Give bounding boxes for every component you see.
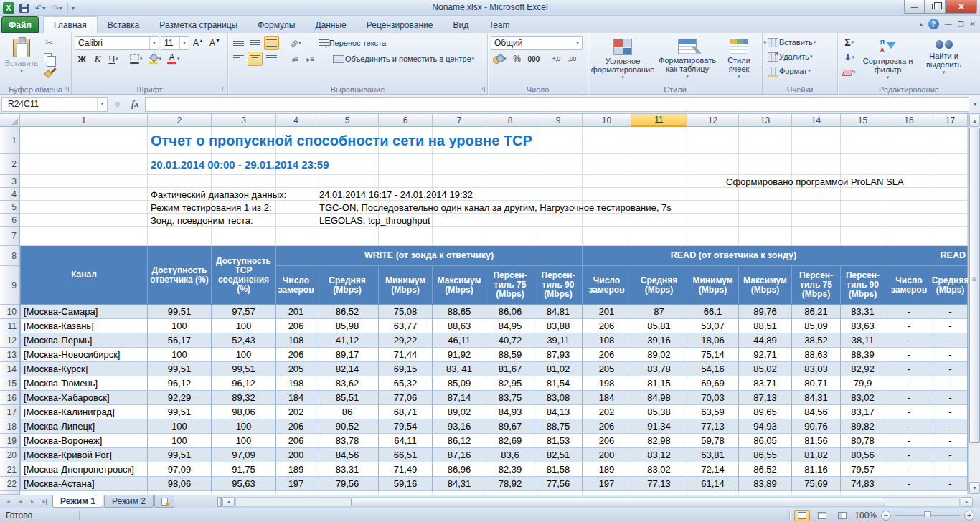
cell-value[interactable]: 69,15 [379, 362, 433, 376]
zoom-level[interactable]: 100% [854, 511, 877, 521]
font-dialog-launcher[interactable] [220, 87, 225, 92]
cell-value[interactable]: 87,13 [739, 391, 792, 405]
cell-value[interactable]: - [885, 391, 933, 405]
cell-value[interactable]: 85,81 [631, 319, 687, 333]
cell-value[interactable]: - [933, 319, 968, 333]
cell-value[interactable]: 77,13 [687, 419, 739, 434]
view-page-break-button[interactable] [834, 510, 850, 521]
scroll-right-icon[interactable]: ▸ [961, 497, 973, 507]
cell-value[interactable]: 84,98 [631, 391, 687, 405]
cell-value[interactable]: 100 [148, 348, 212, 362]
cell-value[interactable]: 75,08 [379, 305, 433, 319]
cell-value[interactable]: 82,39 [486, 462, 534, 477]
cell-value[interactable]: 100 [212, 419, 276, 434]
info-label[interactable]: Фактический диапазон данных: [151, 188, 323, 201]
first-sheet-icon[interactable]: ◂ [2, 497, 14, 507]
zoom-slider[interactable] [895, 511, 960, 521]
cell-value[interactable]: 206 [583, 434, 631, 448]
cell-value[interactable]: 52,43 [212, 333, 276, 348]
view-page-layout-button[interactable] [814, 510, 830, 521]
cell-channel[interactable]: [Москва-Казань] [20, 319, 148, 333]
scroll-left-icon[interactable]: ◂ [222, 497, 235, 507]
font-size-combo[interactable]: 11▾ [161, 36, 189, 50]
cell-value[interactable]: 75,14 [687, 348, 739, 362]
cell-value[interactable]: 84,93 [486, 405, 534, 419]
cell-value[interactable]: 85,09 [792, 319, 841, 333]
cell-value[interactable]: 79,54 [379, 419, 433, 434]
cell-value[interactable]: 81,54 [534, 376, 583, 391]
column-header-16[interactable]: 16 [885, 114, 933, 127]
table-subheader[interactable]: Персен-тиль 75 (Mbps) [792, 266, 841, 305]
generated-note[interactable]: Сформировано программой ProLAN SLA [726, 175, 968, 188]
cell-value[interactable]: 88,65 [433, 305, 486, 319]
horizontal-scroll-thumb[interactable] [351, 498, 885, 506]
cell-value[interactable]: 84,56 [792, 405, 841, 419]
column-header-4[interactable]: 4 [276, 114, 316, 127]
name-box-dropdown-icon[interactable]: ▾ [97, 98, 107, 111]
table-subheader[interactable]: Число замеров [885, 266, 933, 305]
row-header-9[interactable]: 9 [0, 266, 20, 305]
cell-value[interactable]: 100 [212, 348, 276, 362]
cell-value[interactable]: 90,76 [792, 419, 841, 434]
cell-value[interactable]: 88,51 [739, 319, 792, 333]
next-sheet-icon[interactable]: ▸ [27, 497, 38, 507]
cell-value[interactable]: 88,63 [792, 348, 841, 362]
cell-value[interactable]: 89,67 [486, 419, 534, 434]
row-header-2[interactable]: 2 [0, 154, 20, 175]
cell-value[interactable]: 72,14 [687, 462, 739, 477]
wrap-text-button[interactable]: Перенос текста [316, 36, 389, 50]
column-header-7[interactable]: 7 [433, 114, 486, 127]
fill-button[interactable]: ⬇▾ [841, 50, 858, 65]
column-header-14[interactable]: 14 [792, 114, 841, 127]
cell-value[interactable]: 84,31 [433, 477, 486, 491]
paste-button[interactable]: Вставить▾ [3, 35, 40, 80]
cell-value[interactable]: 83,78 [631, 362, 687, 376]
copy-button[interactable]: ▾ [42, 50, 57, 65]
row-header-16[interactable]: 16 [0, 391, 20, 405]
cell-value[interactable]: 38,52 [792, 333, 841, 348]
cell-value[interactable]: 206 [276, 419, 316, 434]
insert-cells-button[interactable]: Вставить▾ [765, 35, 818, 49]
cell-value[interactable]: 86 [316, 405, 379, 419]
cell-value[interactable]: 88,59 [486, 348, 534, 362]
cell-value[interactable]: - [933, 391, 968, 405]
column-header-11[interactable]: 11 [631, 114, 687, 127]
last-sheet-icon[interactable]: ▸ [39, 497, 50, 507]
sheet-tab-rezhim-2[interactable]: Режим 2 [104, 495, 154, 508]
cell-value[interactable]: 83,02 [841, 391, 885, 405]
tab-data[interactable]: Данные [305, 16, 356, 33]
cell-value[interactable]: 56,17 [148, 333, 212, 348]
cell-value[interactable]: 63,59 [687, 405, 739, 419]
cell-value[interactable]: 92,71 [739, 348, 792, 362]
formula-input[interactable] [145, 97, 969, 112]
cell-value[interactable]: 89,76 [739, 305, 792, 319]
zoom-out-icon[interactable]: − [881, 511, 891, 521]
row-header-18[interactable]: 18 [0, 419, 20, 434]
cell-value[interactable]: - [885, 448, 933, 462]
cell-value[interactable]: - [933, 434, 968, 448]
cell-value[interactable]: 98,06 [212, 405, 276, 419]
cell-value[interactable]: - [885, 348, 933, 362]
cell-value[interactable]: 77,56 [534, 477, 583, 491]
table-group-write[interactable]: WRITE (от зонда к ответчику) [276, 246, 583, 266]
sort-filter-button[interactable]: ЯА Сортировка и фильтр▾ [858, 35, 918, 83]
column-header-5[interactable]: 5 [316, 114, 379, 127]
cell-value[interactable]: 88,63 [433, 319, 486, 333]
cell-value[interactable]: 74,83 [841, 477, 885, 491]
cell-value[interactable]: 86,52 [316, 305, 379, 319]
insert-function-icon[interactable]: fx [126, 98, 145, 110]
row-header-15[interactable]: 15 [0, 376, 20, 391]
select-all-corner[interactable] [0, 114, 20, 127]
cell-value[interactable]: 91,75 [212, 462, 276, 477]
doc-close-icon[interactable]: ✕ [970, 20, 976, 28]
cell-value[interactable]: 99,51 [148, 305, 212, 319]
info-value[interactable]: TGC-ON, Последовательно один канал за др… [319, 201, 951, 214]
align-center-button[interactable] [248, 52, 263, 66]
column-header-6[interactable]: 6 [379, 114, 433, 127]
cell-value[interactable]: 39,11 [534, 333, 583, 348]
cell-value[interactable]: 84,56 [316, 448, 379, 462]
cell-value[interactable]: 96,12 [212, 376, 276, 391]
cell-value[interactable]: 81,82 [792, 448, 841, 462]
cell-value[interactable]: 79,9 [841, 376, 885, 391]
cell-value[interactable]: 79,56 [316, 477, 379, 491]
